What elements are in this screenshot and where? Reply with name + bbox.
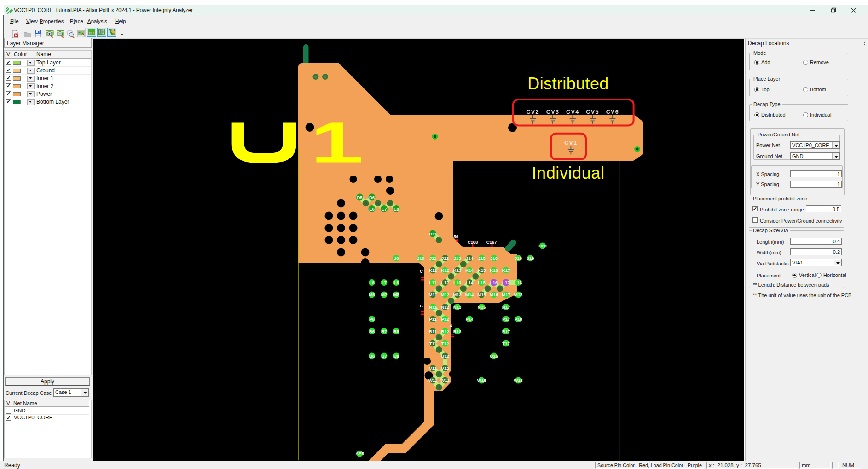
svg-text:W12: W12 — [440, 378, 450, 383]
svg-text:W11: W11 — [428, 378, 438, 383]
svg-text:H20: H20 — [538, 243, 546, 248]
svg-text:L17: L17 — [502, 280, 509, 285]
svg-text:L14: L14 — [466, 280, 474, 285]
svg-text:M11: M11 — [429, 292, 438, 297]
svg-text:J14: J14 — [466, 256, 474, 261]
svg-text:J13: J13 — [454, 256, 461, 261]
svg-text:U8: U8 — [393, 353, 399, 358]
svg-text:M7: M7 — [381, 292, 387, 297]
svg-text:K11: K11 — [429, 268, 437, 273]
svg-text:M14: M14 — [465, 292, 474, 297]
svg-text:M8: M8 — [393, 292, 399, 297]
svg-text:P17: P17 — [502, 317, 510, 322]
svg-text:L16: L16 — [490, 280, 498, 285]
svg-text:T12: T12 — [441, 341, 449, 346]
svg-text:K16: K16 — [490, 268, 498, 273]
svg-text:J19: J19 — [527, 256, 534, 261]
svg-text:N15: N15 — [478, 305, 486, 310]
svg-text:J12: J12 — [441, 256, 449, 261]
svg-text:E8: E8 — [393, 206, 399, 211]
svg-text:CV6: CV6 — [606, 109, 619, 115]
svg-text:M16: M16 — [490, 292, 498, 297]
svg-text:P12: P12 — [441, 317, 449, 322]
svg-text:N11: N11 — [429, 305, 437, 310]
svg-text:E6: E6 — [369, 206, 375, 211]
svg-text:U7: U7 — [381, 353, 387, 358]
svg-text:C: C — [420, 269, 423, 274]
svg-text:U6: U6 — [369, 353, 375, 358]
svg-text:K17: K17 — [502, 268, 510, 273]
svg-text:E7: E7 — [382, 206, 387, 211]
svg-text:D5: D5 — [357, 195, 363, 200]
svg-text:C168: C168 — [468, 240, 478, 245]
svg-text:V11: V11 — [429, 366, 437, 371]
svg-text:P18: P18 — [515, 317, 522, 322]
svg-text:R11: R11 — [429, 329, 437, 334]
svg-text:J8: J8 — [394, 256, 399, 261]
svg-text:R8: R8 — [393, 329, 399, 334]
svg-text:L13: L13 — [453, 280, 461, 285]
svg-text:L15: L15 — [478, 280, 486, 285]
svg-text:R12: R12 — [441, 329, 449, 334]
svg-text:T11: T11 — [429, 341, 437, 346]
svg-text:CV4: CV4 — [566, 109, 579, 115]
svg-text:M12: M12 — [441, 292, 449, 297]
svg-text:W15: W15 — [477, 378, 486, 383]
svg-text:Distributed: Distributed — [527, 74, 608, 93]
svg-text:AE5: AE5 — [355, 451, 364, 456]
svg-text:M15: M15 — [477, 292, 486, 297]
svg-text:M13: M13 — [453, 292, 461, 297]
svg-text:CV3: CV3 — [546, 109, 560, 115]
svg-text:P11: P11 — [429, 317, 437, 322]
svg-text:L8: L8 — [393, 280, 399, 285]
svg-text:4: 4 — [450, 323, 452, 328]
svg-text:K15: K15 — [478, 268, 486, 273]
svg-text:CV1: CV1 — [564, 140, 578, 146]
svg-text:L18: L18 — [515, 280, 522, 285]
svg-text:R13: R13 — [453, 329, 461, 334]
svg-text:V12: V12 — [441, 366, 449, 371]
svg-text:N12: N12 — [441, 305, 449, 310]
svg-text:R7: R7 — [381, 329, 387, 334]
svg-text:P14: P14 — [466, 317, 474, 322]
svg-text:M6: M6 — [369, 292, 375, 297]
svg-text:N17: N17 — [502, 305, 510, 310]
svg-text:L6: L6 — [369, 280, 374, 285]
svg-text:CV2: CV2 — [526, 109, 539, 115]
svg-text:M17: M17 — [502, 292, 510, 297]
svg-text:W18: W18 — [514, 378, 523, 383]
svg-text:J16: J16 — [490, 256, 498, 261]
svg-text:K13: K13 — [453, 268, 461, 273]
svg-text:G11: G11 — [429, 231, 437, 236]
svg-text:J18: J18 — [515, 256, 522, 261]
svg-text:K12: K12 — [441, 268, 449, 273]
svg-text:C: C — [420, 303, 423, 308]
svg-text:K14: K14 — [465, 268, 474, 273]
svg-text:N13: N13 — [453, 305, 461, 310]
svg-text:Individual: Individual — [532, 164, 604, 182]
svg-text:J11: J11 — [429, 256, 437, 261]
svg-text:C167: C167 — [486, 240, 497, 245]
svg-text:L11: L11 — [429, 280, 437, 285]
svg-text:56: 56 — [454, 234, 459, 239]
svg-text:U12: U12 — [441, 353, 449, 358]
svg-text:T17: T17 — [502, 341, 509, 346]
svg-text:P6: P6 — [369, 317, 375, 322]
svg-text:L12: L12 — [441, 280, 449, 285]
svg-text:R6: R6 — [369, 329, 375, 334]
svg-text:R17: R17 — [502, 329, 510, 334]
svg-text:D6: D6 — [369, 195, 375, 200]
svg-text:CV5: CV5 — [586, 109, 599, 115]
svg-text:J15: J15 — [478, 256, 486, 261]
svg-text:L7: L7 — [382, 280, 387, 285]
svg-text:M18: M18 — [514, 292, 522, 297]
svg-text:U16: U16 — [490, 353, 498, 358]
svg-text:J10: J10 — [417, 256, 424, 261]
